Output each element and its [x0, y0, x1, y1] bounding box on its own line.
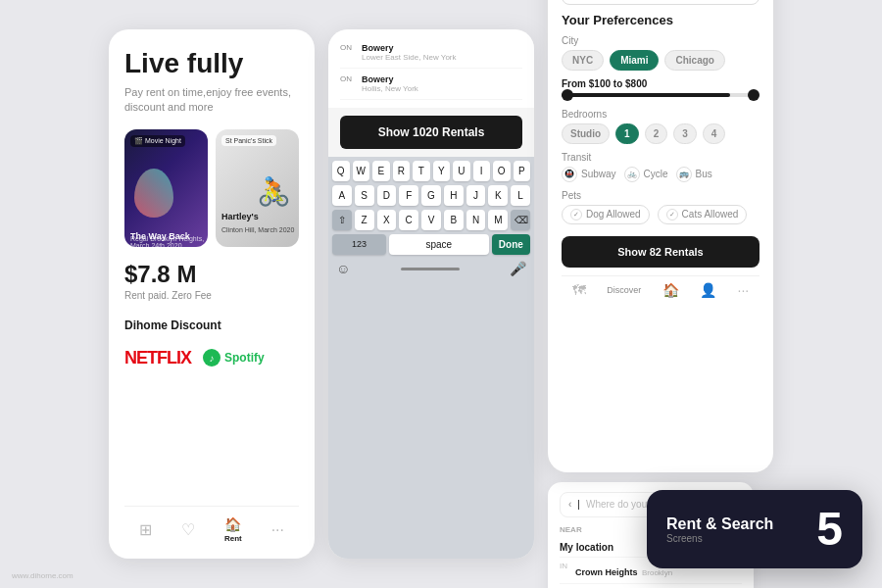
key-c[interactable]: C [399, 210, 418, 230]
screen1-header: Live fully Pay rent on time,enjoy free e… [124, 49, 299, 116]
key-f[interactable]: F [399, 185, 418, 206]
result1-addr: Lower East Side, New York [362, 53, 457, 62]
key-b[interactable]: B [444, 210, 464, 230]
dark-card-content: Rent & Search Screens [666, 515, 773, 544]
key-p[interactable]: P [514, 161, 531, 181]
city-chicago-btn[interactable]: Chicago [664, 50, 724, 71]
keyboard-row-4: 123 space Done [332, 234, 530, 255]
city-miami-btn[interactable]: Miami [610, 50, 659, 71]
bed-1-btn[interactable]: 1 [615, 123, 639, 144]
show-rentals-btn[interactable]: Show 82 Rentals [562, 236, 760, 268]
slider-thumb-left[interactable] [562, 89, 573, 101]
key-i[interactable]: I [473, 161, 491, 181]
nav-icon-grid[interactable]: ⊞ [139, 520, 152, 539]
pref-bottom-nav: 🗺 Discover 🏠 👤 ··· [562, 275, 760, 298]
key-o[interactable]: O [493, 161, 511, 181]
key-s[interactable]: S [355, 185, 374, 206]
key-x[interactable]: X [377, 210, 397, 230]
transit-row: 🚇 Subway 🚲 Cycle 🚌 Bus [562, 167, 760, 182]
result1-label: ON [340, 43, 356, 52]
movie2-title: Hartley's [221, 212, 259, 221]
key-g[interactable]: G [421, 185, 441, 206]
price-range-label: From $100 to $800 [562, 78, 760, 89]
key-j[interactable]: J [466, 185, 486, 206]
keyboard-area: Q W E R T Y U I O P A S D F G H J K L [328, 157, 534, 559]
pref-nav-more[interactable]: ··· [738, 282, 750, 298]
bed-3-btn[interactable]: 3 [673, 123, 697, 144]
key-t[interactable]: T [413, 161, 430, 181]
key-d[interactable]: D [377, 185, 397, 206]
key-n[interactable]: N [466, 210, 486, 230]
key-k[interactable]: K [488, 185, 508, 206]
key-a[interactable]: A [332, 185, 352, 206]
key-v[interactable]: V [421, 210, 441, 230]
work-address-input[interactable]: 📍 Enter your work address [562, 0, 760, 5]
key-123[interactable]: 123 [332, 234, 386, 255]
dog-check-icon: ✓ [570, 209, 582, 220]
bed-4-btn[interactable]: 4 [703, 123, 726, 144]
movie-card-2[interactable]: St Panic's Stick 🚴 Hartley's Clinton Hil… [216, 129, 299, 247]
movie2-badge: St Panic's Stick [221, 135, 276, 146]
result-item-1[interactable]: ON Bowery Lower East Side, New York [340, 37, 522, 69]
pref-nav-discover[interactable]: 🗺 [572, 282, 586, 298]
brand-row: NETFLIX ♪ Spotify [124, 348, 299, 368]
chevron-left-icon[interactable]: ‹ [568, 499, 571, 510]
discount-label: Dihome Discount [124, 318, 299, 332]
search-results: ON Bowery Lower East Side, New York ON B… [328, 29, 534, 108]
result2-name: Bowery [362, 74, 418, 84]
screen-preferences: ‹ IN BoCoCa ON Bowery ⚙ 📍 Enter your wor… [548, 0, 773, 472]
price-value: $7.8 M [124, 261, 299, 288]
nav-rent[interactable]: 🏠 Rent [224, 516, 242, 543]
key-w[interactable]: W [353, 161, 370, 181]
key-m[interactable]: M [488, 210, 508, 230]
city-label: City [562, 35, 760, 46]
bed-studio-btn[interactable]: Studio [562, 123, 610, 144]
bed-2-btn[interactable]: 2 [645, 123, 668, 144]
emoji-icon[interactable]: ☺ [336, 261, 350, 276]
transit-subway[interactable]: 🚇 Subway [562, 167, 616, 182]
key-h[interactable]: H [444, 185, 464, 206]
pref-nav-profile[interactable]: 👤 [700, 282, 716, 298]
price-section: $7.8 M Rent paid. Zero Fee [124, 261, 299, 301]
preferences-title: Your Prefercences [562, 13, 760, 27]
key-l[interactable]: L [511, 185, 530, 206]
transit-cycle[interactable]: 🚲 Cycle [624, 167, 668, 182]
pet-cat[interactable]: ✓ Cats Allowed [658, 205, 748, 224]
mic-icon[interactable]: 🎤 [510, 261, 526, 276]
live-fully-title: Live fully [124, 49, 299, 79]
watermark: www.dihome.com [12, 571, 74, 580]
result2-label: ON [340, 74, 356, 83]
show-rentals-btn[interactable]: Show 1020 Rentals [340, 116, 522, 149]
key-e[interactable]: E [372, 161, 390, 181]
movie2-sub: Clinton Hill, March 2020 [221, 226, 294, 233]
key-done[interactable]: Done [492, 234, 530, 255]
key-q[interactable]: Q [332, 161, 350, 181]
key-y[interactable]: Y [433, 161, 451, 181]
city-nyc-btn[interactable]: NYC [562, 50, 604, 71]
cycle-icon: 🚲 [624, 167, 640, 182]
dark-card-title: Rent & Search [666, 515, 773, 533]
location-item-2[interactable]: IN Williamsburg Brooklyn [560, 583, 742, 589]
movie-card-1[interactable]: 🎬 Movie Night The Way Back Regal Brookly… [124, 129, 208, 247]
movie1-badge: 🎬 Movie Night [130, 135, 185, 147]
key-space[interactable]: space [389, 234, 489, 255]
key-shift[interactable]: ⇧ [332, 210, 352, 230]
pref-nav-fav[interactable]: 🏠 [662, 282, 679, 298]
nav-icon-heart[interactable]: ♡ [181, 520, 195, 539]
rent-icon: 🏠 [224, 516, 241, 532]
slider-thumb-right[interactable] [748, 89, 760, 101]
pet-dog[interactable]: ✓ Dog Allowed [562, 205, 650, 224]
key-delete[interactable]: ⌫ [511, 210, 530, 230]
key-r[interactable]: R [393, 161, 411, 181]
result-item-2[interactable]: ON Bowery Hollis, New York [340, 69, 522, 100]
nav-icon-more[interactable]: ··· [271, 521, 284, 539]
price-slider[interactable] [562, 93, 760, 97]
cat-check-icon: ✓ [666, 209, 678, 220]
bus-icon: 🚌 [676, 167, 692, 182]
transit-bus[interactable]: 🚌 Bus [676, 167, 712, 182]
home-indicator [401, 268, 460, 270]
subway-icon: 🚇 [562, 167, 577, 182]
key-u[interactable]: U [453, 161, 470, 181]
key-z[interactable]: Z [355, 210, 374, 230]
price-sub: Rent paid. Zero Fee [124, 290, 299, 301]
